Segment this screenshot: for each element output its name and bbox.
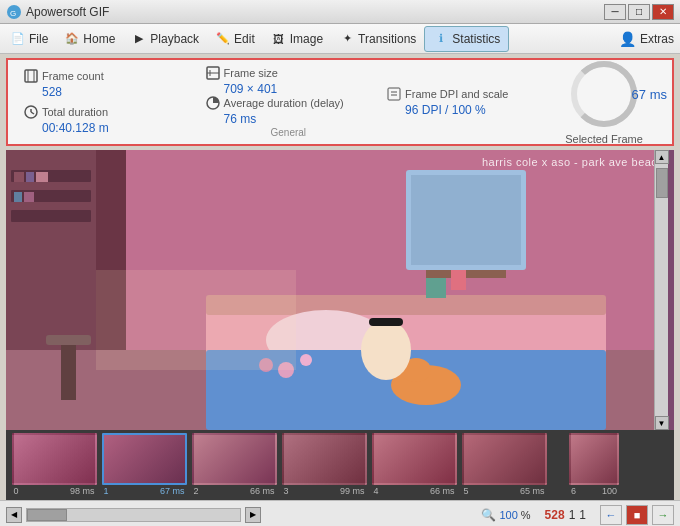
frame-count-value: 528 [24,85,190,99]
film-thumb-3[interactable] [282,433,367,485]
film-frame-3-info: 3 99 ms [282,485,367,497]
menu-transitions[interactable]: ✦ Transitions [331,26,424,52]
frame-current: 1 [569,508,576,522]
total-duration-item: Total duration 00:40.128 m [24,105,190,135]
general-label: General [206,127,372,138]
scroll-down-button[interactable]: ▼ [655,416,669,430]
menu-home[interactable]: 🏠 Home [56,26,123,52]
film-thumb-4[interactable] [372,433,457,485]
zoom-area: 🔍 100 % [481,508,530,522]
frame-selected: 1 [579,508,586,522]
film-thumb-6[interactable] [569,433,619,485]
film-frame-6-index: 6 [571,486,576,496]
film-frame-2-ms: 66 ms [250,486,275,496]
svg-rect-51 [96,270,296,370]
nav-next-button[interactable]: → [652,505,674,525]
menu-statistics-label: Statistics [452,32,500,46]
frame-dpi-value: 96 DPI / 100 % [387,103,536,117]
app-icon: G [6,4,22,20]
menu-playback[interactable]: ▶ Playback [123,26,207,52]
frame-size-value: 709 × 401 [206,82,372,96]
film-frame-3[interactable]: 3 99 ms [280,433,368,497]
film-frame-3-index: 3 [284,486,289,496]
extras-label: Extras [640,32,674,46]
frame-size-label-row: Frame size [206,66,372,80]
svg-rect-25 [36,172,48,182]
film-frame-1[interactable]: 1 67 ms [100,433,188,497]
frame-total-label: 528 [545,508,565,522]
app-title: Apowersoft GIF [26,5,604,19]
playback-icon: ▶ [131,31,147,47]
film-frame-5-index: 5 [464,486,469,496]
avg-duration-item: Average duration (delay) 76 ms [206,96,372,126]
zoom-icon: 🔍 [481,508,496,522]
film-frame-1-info: 1 67 ms [102,485,187,497]
frame-circle: 67 ms [569,59,639,129]
scroll-up-button[interactable]: ▲ [655,150,669,164]
nav-stop-button[interactable]: ■ [626,505,648,525]
nav-prev-button[interactable]: ← [600,505,622,525]
avg-duration-value: 76 ms [206,112,372,126]
total-duration-value: 00:40.128 m [24,121,190,135]
vertical-scrollbar[interactable]: ▲ ▼ [654,150,668,430]
svg-point-34 [300,354,312,366]
film-frame-4[interactable]: 4 66 ms [370,433,458,497]
window-controls: ─ □ ✕ [604,4,674,20]
film-frame-0-index: 0 [14,486,19,496]
svg-line-7 [31,112,34,114]
svg-rect-42 [411,175,521,265]
horizontal-scrollbar[interactable] [26,508,241,522]
menu-file[interactable]: 📄 File [2,26,56,52]
svg-rect-44 [426,278,446,298]
film-frame-5[interactable]: 5 65 ms [460,433,548,497]
horizontal-scroll-thumb[interactable] [27,509,67,521]
svg-rect-49 [61,340,76,400]
maximize-button[interactable]: □ [628,4,650,20]
stats-panel: Frame count 528 Total duration 00:40.128… [6,58,674,146]
avg-duration-label-row: Average duration (delay) [206,96,372,110]
stats-col-2: Frame size 709 × 401 Average duration (d… [198,64,380,140]
film-frame-6[interactable]: 6 100 [550,433,638,497]
menu-file-label: File [29,32,48,46]
menu-image-label: Image [290,32,323,46]
frame-dpi-item: Frame DPI and scale 96 DPI / 100 % [387,87,536,117]
svg-rect-50 [46,335,91,345]
menu-edit[interactable]: ✏️ Edit [207,26,263,52]
film-frame-2-info: 2 66 ms [192,485,277,497]
selected-frame-area: 67 ms Selected Frame [544,64,664,140]
film-frame-2[interactable]: 2 66 ms [190,433,278,497]
total-duration-label-row: Total duration [24,105,190,119]
frame-count-item: Frame count 528 [24,69,190,99]
svg-rect-27 [24,192,34,202]
menu-image[interactable]: 🖼 Image [263,26,331,52]
statistics-icon: ℹ [433,31,449,47]
frame-dpi-label: Frame DPI and scale [405,88,508,100]
svg-rect-45 [451,270,466,290]
transitions-icon: ✦ [339,31,355,47]
minimize-button[interactable]: ─ [604,4,626,20]
film-frame-5-info: 5 65 ms [462,485,547,497]
film-thumb-1[interactable] [102,433,187,485]
svg-rect-21 [11,190,91,202]
film-frame-4-index: 4 [374,486,379,496]
svg-rect-24 [26,172,34,182]
frame-size-item: Frame size 709 × 401 [206,66,372,96]
film-frame-0[interactable]: 0 98 ms [10,433,98,497]
scene-background: harris cole x aso - park ave beach [6,150,674,430]
dpi-icon [387,87,401,101]
scroll-right-button[interactable]: ▶ [245,507,261,523]
bottom-toolbar: ◀ ▶ 🔍 100 % 528 1 1 ← ■ → [0,500,680,526]
svg-rect-23 [14,172,24,182]
frame-count-label-row: Frame count [24,69,190,83]
scroll-left-button[interactable]: ◀ [6,507,22,523]
filmstrip: 0 98 ms 1 67 ms 2 66 ms 3 99 ms 4 66 ms [6,430,674,500]
menu-statistics[interactable]: ℹ Statistics [424,26,509,52]
film-thumb-2[interactable] [192,433,277,485]
vertical-scroll-thumb[interactable] [656,168,668,198]
svg-rect-2 [25,70,37,82]
close-button[interactable]: ✕ [652,4,674,20]
film-thumb-0[interactable] [12,433,97,485]
film-thumb-5[interactable] [462,433,547,485]
avg-duration-label: Average duration (delay) [224,97,344,109]
menu-bar: 📄 File 🏠 Home ▶ Playback ✏️ Edit 🖼 Image… [0,24,680,54]
